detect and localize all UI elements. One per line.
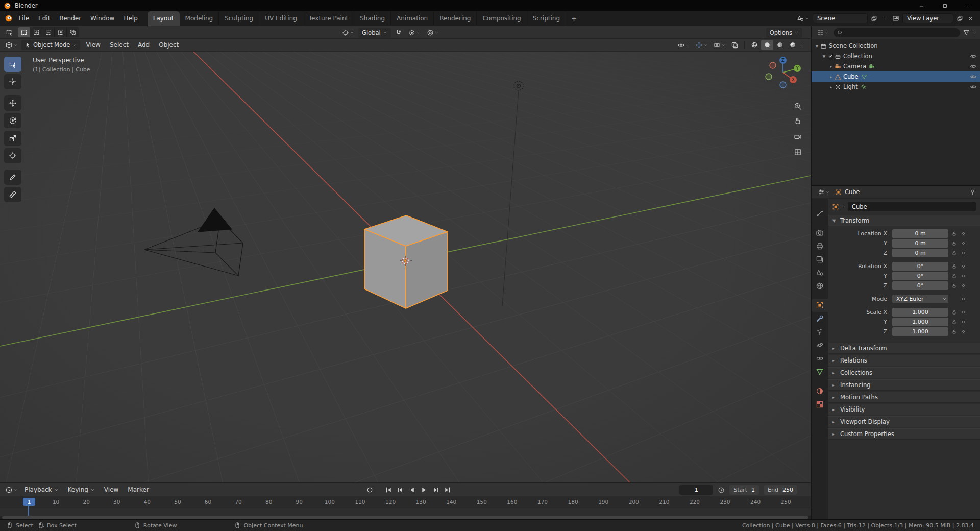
value-field[interactable]: 0° xyxy=(892,281,948,290)
current-frame-field[interactable]: 1 xyxy=(679,485,713,495)
end-frame-field[interactable]: End 250 xyxy=(764,485,797,495)
animate-dot[interactable] xyxy=(960,330,967,333)
blender-menu-button[interactable] xyxy=(3,13,14,23)
tool-annotate[interactable] xyxy=(4,170,21,185)
nav-pan[interactable] xyxy=(792,115,803,127)
properties-tab-texture[interactable] xyxy=(812,398,828,411)
tool-measure[interactable] xyxy=(4,187,21,202)
value-field[interactable]: 0° xyxy=(892,262,948,271)
section-motion-paths[interactable]: ▸Motion Paths xyxy=(828,392,980,403)
editor-type-button[interactable] xyxy=(3,40,20,50)
add-workspace-button[interactable]: + xyxy=(566,11,582,26)
mode-dropdown[interactable]: XYZ Euler xyxy=(892,295,948,303)
outliner-row-cube[interactable]: ▸Cube xyxy=(812,71,980,82)
snap-toggle[interactable] xyxy=(393,28,404,38)
gizmo-axis-x[interactable]: X xyxy=(790,76,797,83)
transform-panel-header[interactable]: ▼ Transform xyxy=(828,215,980,226)
properties-tab-modifiers[interactable] xyxy=(812,312,828,325)
workspace-tab-rendering[interactable]: Rendering xyxy=(434,11,477,26)
transport-jump-end[interactable] xyxy=(442,485,453,495)
transform-orientation-dropdown[interactable]: Global xyxy=(358,28,391,38)
new-scene-button[interactable] xyxy=(869,13,878,23)
playhead[interactable]: 1 xyxy=(23,498,35,506)
options-dropdown[interactable]: Options xyxy=(766,28,802,38)
section-viewport-display[interactable]: ▸Viewport Display xyxy=(828,416,980,427)
lock-toggle[interactable] xyxy=(948,319,960,325)
timeline-track[interactable] xyxy=(0,508,811,519)
show-gizmo-dropdown[interactable] xyxy=(693,40,710,50)
workspace-tab-compositing[interactable]: Compositing xyxy=(477,11,527,26)
object-name-field[interactable]: Cube xyxy=(848,202,976,211)
select-mode-new[interactable] xyxy=(18,27,30,37)
animate-dot[interactable] xyxy=(960,284,967,287)
workspace-tab-uv-editing[interactable]: UV Editing xyxy=(259,11,303,26)
chevron-down-icon[interactable] xyxy=(972,30,977,35)
snap-with-dropdown[interactable] xyxy=(406,28,423,38)
show-overlays-dropdown[interactable] xyxy=(711,40,728,50)
properties-tab-material[interactable] xyxy=(812,384,828,398)
timeline-menu-keying[interactable]: Keying xyxy=(63,486,100,493)
tool-transform[interactable] xyxy=(4,148,21,163)
value-field[interactable]: 0 m xyxy=(892,239,948,248)
properties-tab-output[interactable] xyxy=(812,239,828,253)
lock-toggle[interactable] xyxy=(948,250,960,256)
hide-viewport-eye-toggle[interactable] xyxy=(970,63,977,70)
section-delta-transform[interactable]: ▸Delta Transform xyxy=(828,343,980,354)
lock-toggle[interactable] xyxy=(948,329,960,334)
tool-select-box[interactable] xyxy=(4,57,21,72)
section-instancing[interactable]: ▸Instancing xyxy=(828,379,980,391)
workspace-tab-texture-paint[interactable]: Texture Paint xyxy=(303,11,354,26)
menu-render[interactable]: Render xyxy=(55,15,86,22)
preview-range-toggle[interactable] xyxy=(718,487,725,494)
viewport-menu-select[interactable]: Select xyxy=(105,41,133,49)
properties-tab-tool[interactable] xyxy=(812,207,828,220)
transport-prev-keyframe[interactable] xyxy=(395,485,406,495)
section-visibility[interactable]: ▸Visibility xyxy=(828,404,980,415)
viewport-menu-add[interactable]: Add xyxy=(133,41,154,49)
browse-view-layer-button[interactable] xyxy=(891,14,901,23)
value-field[interactable]: 0° xyxy=(892,272,948,280)
gizmo-axis-y[interactable]: Y xyxy=(794,65,801,72)
hide-viewport-eye-toggle[interactable] xyxy=(970,53,977,60)
properties-tab-view-layer[interactable] xyxy=(812,253,828,266)
lock-toggle[interactable] xyxy=(948,263,960,269)
lock-toggle[interactable] xyxy=(948,231,960,236)
properties-tab-scene[interactable] xyxy=(812,266,828,279)
menu-help[interactable]: Help xyxy=(119,15,142,22)
gizmo-axis-z[interactable]: Z xyxy=(779,57,787,64)
timeline-ruler[interactable]: 1 10203040506070809010011012013014015016… xyxy=(0,496,811,508)
nav-orthographic[interactable] xyxy=(792,147,803,158)
transport-jump-start[interactable] xyxy=(383,485,394,495)
value-field[interactable]: 1.000 xyxy=(892,318,948,326)
hide-viewport-eye-toggle[interactable] xyxy=(970,83,977,90)
xray-toggle[interactable] xyxy=(729,40,741,50)
animate-dot[interactable] xyxy=(960,275,967,277)
nav-camera-view[interactable] xyxy=(792,131,803,142)
workspace-tab-animation[interactable]: Animation xyxy=(391,11,434,26)
workspace-tab-scripting[interactable]: Scripting xyxy=(527,11,566,26)
section-custom-properties[interactable]: ▸Custom Properties xyxy=(828,428,980,440)
properties-editor-type-button[interactable] xyxy=(816,187,832,197)
workspace-tab-layout[interactable]: Layout xyxy=(148,11,180,26)
workspace-tab-modeling[interactable]: Modeling xyxy=(180,11,219,26)
animate-dot[interactable] xyxy=(960,298,967,300)
object-icon[interactable] xyxy=(832,203,839,210)
browse-scene-button[interactable] xyxy=(795,14,811,23)
transport-play[interactable] xyxy=(419,485,429,495)
section-collections[interactable]: ▸Collections xyxy=(828,367,980,378)
disclosure-open-icon[interactable]: ▼ xyxy=(814,44,820,49)
lock-toggle[interactable] xyxy=(948,240,960,246)
viewport-menu-view[interactable]: View xyxy=(81,41,105,49)
disclosure-closed-icon[interactable]: ▸ xyxy=(828,85,835,89)
workspace-tab-sculpting[interactable]: Sculpting xyxy=(219,11,259,26)
disclosure-open-icon[interactable]: ▼ xyxy=(821,54,827,59)
filter-icon[interactable] xyxy=(963,29,970,36)
chevron-down-icon[interactable] xyxy=(841,204,846,209)
value-field[interactable]: 1.000 xyxy=(892,327,948,336)
timeline-scrollbar[interactable] xyxy=(2,516,808,519)
properties-tab-object[interactable] xyxy=(812,299,828,312)
disclosure-closed-icon[interactable]: ▸ xyxy=(828,64,835,69)
transport-record[interactable] xyxy=(364,485,375,495)
view-layer-name-field[interactable]: View Layer xyxy=(902,13,953,23)
scene-name-field[interactable]: Scene xyxy=(813,13,868,23)
